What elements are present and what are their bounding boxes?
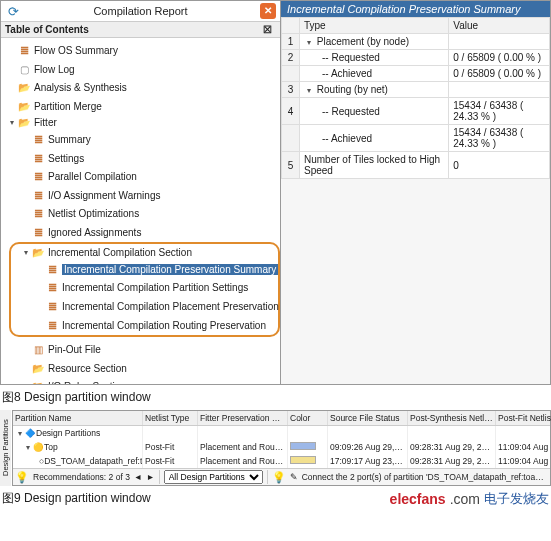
cell: Number of Tiles locked to High Speed [300,152,449,179]
row-num: 5 [282,152,300,179]
cell: 15434 / 63438 ( 24.33 % ) [449,125,550,152]
toc-tree[interactable]: Flow OS Summary Flow Log Analysis & Synt… [1,38,280,384]
tree-item[interactable]: Flow Log [34,64,75,75]
recommendation-message: Connect the 2 port(s) of partition 'DS_T… [302,472,548,482]
cell: DS_TOAM_datapath_ref:toam_if [44,456,143,466]
toc-label: Table of Contents [5,24,89,35]
chevron-down-icon[interactable] [304,38,314,47]
report-icon [45,263,59,275]
tree-item[interactable]: Incremental Compilation Placement Preser… [62,301,279,312]
tree-item[interactable]: Partition Merge [34,101,102,112]
grid-header: Partition Name Netlist Type Fitter Prese… [13,411,550,426]
cell: 0 / 65809 ( 0.00 % ) [449,50,550,66]
row-num: 4 [282,98,300,125]
table-row[interactable]: 🟡 Top Post-Fit Placement and Routing 09:… [13,440,550,454]
table-row[interactable]: ○ DS_TOAM_datapath_ref:toam_if Post-Fit … [13,454,550,468]
report-icon [45,301,59,313]
detail-title: Incremental Compilation Preservation Sum… [281,1,550,17]
tree-item[interactable]: Ignored Assignments [48,227,141,238]
toc-close-icon[interactable]: ☒ [259,24,276,35]
cell: Top [44,442,58,452]
col-header[interactable]: Source File Status [328,411,408,425]
file-icon [31,344,45,356]
next-button[interactable]: ► [146,472,154,482]
folder-icon [17,101,31,113]
tree-item[interactable]: I/O Rules Section [48,381,126,384]
tree-item[interactable]: Fitter [34,117,57,128]
cell: Design Partitions [36,428,100,438]
lightbulb-icon[interactable]: 💡 [15,471,29,484]
tree-item[interactable]: Flow OS Summary [34,45,118,56]
col-header[interactable]: Partition Name [13,411,143,425]
chevron-down-icon[interactable] [7,118,17,127]
tree-item-selected[interactable]: Incremental Compilation Preservation Sum… [62,264,278,275]
cell: 09:28:31 Aug 29, 2012 [408,454,496,468]
color-swatch [290,442,316,450]
filler [281,179,550,384]
side-tab-label[interactable]: Design Partitions [0,410,11,486]
report-icon [31,208,45,220]
logo-brand: elecfans [390,491,446,507]
cell: -- Achieved [300,66,449,82]
report-icon [31,226,45,238]
logo-dotcom: .com [450,491,480,507]
cell: -- Requested [300,50,449,66]
log-icon [17,63,31,75]
cell: Post-Fit [143,440,198,454]
col-header[interactable]: Color [288,411,328,425]
tree-item[interactable]: Resource Section [48,363,127,374]
site-logo: elecfans.com 电子发烧友 [388,488,551,510]
col-header[interactable]: Fitter Preservation Level [198,411,288,425]
logo-cn: 电子发烧友 [484,490,549,508]
folder-icon [31,362,45,374]
folder-icon [31,381,45,384]
col-type: Type [300,18,449,34]
filter-dropdown[interactable]: All Design Partitions [164,470,263,484]
tree-item[interactable]: Netlist Optimizations [48,208,139,219]
table-row[interactable]: 🔷 Design Partitions [13,426,550,440]
col-header[interactable]: Post-Fit Netlist Status [496,411,551,425]
tree-item[interactable]: Incremental Compilation Partition Settin… [62,282,248,293]
tree-item[interactable]: I/O Assignment Warnings [48,190,160,201]
cell: 15434 / 63438 ( 24.33 % ) [449,98,550,125]
grid-body: 🔷 Design Partitions 🟡 Top Post-Fit Place… [13,426,550,468]
highlighted-section: Incremental Compilation Section Incremen… [9,242,280,337]
chevron-down-icon[interactable] [304,86,314,95]
cell: 17:09:17 Aug 23, 2012 [328,454,408,468]
cell: 09:28:31 Aug 29, 2012 [408,440,496,454]
cell: 0 / 65809 ( 0.00 % ) [449,66,550,82]
figure8-caption: 图8 Design partition window [0,385,551,410]
prev-button[interactable]: ◄ [134,472,142,482]
col-header[interactable]: Netlist Type [143,411,198,425]
cell: 0 [449,152,550,179]
folder-icon [17,117,31,129]
wand-icon[interactable]: ✎ [290,472,298,482]
tree-item[interactable]: Parallel Compilation [48,171,137,182]
tree-item[interactable]: Settings [48,153,84,164]
chevron-down-icon[interactable] [23,443,33,452]
report-icon [45,282,59,294]
close-icon[interactable]: ✕ [260,3,276,19]
tree-item[interactable]: Pin-Out File [48,344,101,355]
cell: Routing (by net) [317,84,388,95]
cell: 09:09:26 Aug 29, 2012 [328,440,408,454]
figure9-caption: 图9 Design partition window [0,486,388,511]
col-header[interactable]: Post-Synthesis Netlist Status [408,411,496,425]
window-title: Compilation Report [93,5,187,17]
chevron-down-icon[interactable] [21,248,31,257]
row-num: 3 [282,82,300,98]
window-header: ⟳ Compilation Report ✕ [1,1,280,22]
report-icon [31,152,45,164]
recommendations-label: Recommendations: 2 of 3 [33,472,130,482]
tree-item[interactable]: Incremental Compilation Routing Preserva… [62,320,266,331]
left-pane: ⟳ Compilation Report ✕ Table of Contents… [1,1,281,384]
refresh-icon[interactable]: ⟳ [5,3,21,19]
report-icon [17,45,31,57]
chevron-down-icon[interactable] [15,429,25,438]
tree-item[interactable]: Summary [48,134,91,145]
col-value: Value [449,18,550,34]
tree-item[interactable]: Analysis & Synthesis [34,82,127,93]
row-num: 2 [282,50,300,66]
lightbulb-icon: 💡 [272,471,286,484]
tree-item[interactable]: Incremental Compilation Section [48,247,192,258]
